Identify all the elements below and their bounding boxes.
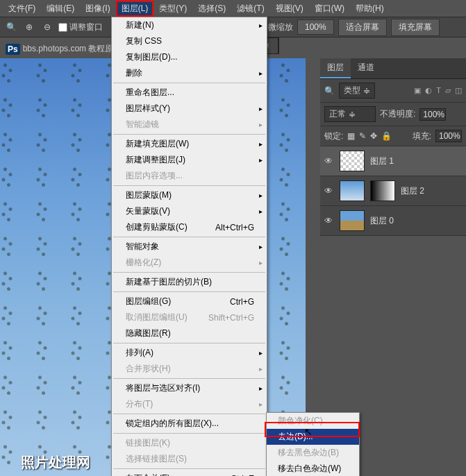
menu-item[interactable]: 隐藏图层(R) <box>112 325 267 341</box>
menu-item[interactable]: 复制 CSS <box>112 33 267 49</box>
menu-item[interactable]: 排列(A) <box>112 345 267 361</box>
menu-item[interactable]: 新建填充图层(W) <box>112 136 267 152</box>
filter-type-select[interactable]: 类型≑ <box>339 83 375 99</box>
menu-item-label: 隐藏图层(R) <box>126 328 171 339</box>
fill-input[interactable]: 100% <box>435 130 462 142</box>
layer-list: 👁图层 1👁图层 2👁图层 0 <box>320 146 466 236</box>
layer-name[interactable]: 图层 1 <box>370 155 394 167</box>
menubar: 文件(F)编辑(E)图像(I)图层(L)类型(Y)选择(S)滤镜(T)视图(V)… <box>0 0 466 17</box>
menu-shortcut: Ctrl+G <box>230 297 254 307</box>
menu-item-label: 删除 <box>126 67 142 79</box>
lock-pos-icon[interactable]: ✥ <box>370 131 377 141</box>
menu-item-label: 图层编组(G) <box>126 296 171 307</box>
menu-item-label: 智能滤镜 <box>126 119 159 130</box>
blend-mode-select[interactable]: 正常≑ <box>324 106 376 122</box>
panel-tabs: 图层 通道 <box>320 58 466 79</box>
layer-menu-dropdown: 新建(N)复制 CSS复制图层(D)...删除重命名图层...图层样式(Y)智能… <box>111 17 267 476</box>
separator <box>113 433 265 434</box>
canvas-footer-text: 照片处理网 <box>21 453 90 472</box>
menu-图层[interactable]: 图层(L) <box>116 1 154 17</box>
zoom-tool-icon[interactable]: 🔍 <box>4 20 18 34</box>
menu-item-label: 分布(T) <box>126 398 153 410</box>
layer-row[interactable]: 👁图层 2 <box>320 176 466 206</box>
layer-row[interactable]: 👁图层 1 <box>320 146 466 176</box>
menu-item[interactable]: 图层编组(G)Ctrl+G <box>112 294 267 309</box>
separator <box>113 134 265 135</box>
lock-row: 锁定: ▦ ✎ ✥ 🔒 填充: 100% <box>320 126 466 146</box>
zoom-out-icon[interactable]: ⊖ <box>40 20 54 34</box>
filter-icon[interactable]: 🔍 <box>324 86 335 96</box>
menu-item-label: 图层样式(Y) <box>126 103 170 114</box>
menu-item-label: 将图层与选区对齐(I) <box>126 382 200 394</box>
menu-编辑[interactable]: 编辑(E) <box>41 1 80 17</box>
visibility-icon[interactable]: 👁 <box>324 156 334 166</box>
fill-screen-button[interactable]: 填充屏幕 <box>391 19 440 36</box>
menu-item[interactable]: 向下合并(E)Ctrl+E <box>112 470 267 476</box>
resize-window-checkbox[interactable]: 调整窗口 <box>58 22 103 33</box>
menu-item[interactable]: 图层蒙版(M) <box>112 187 267 203</box>
tab-layers[interactable]: 图层 <box>320 58 351 78</box>
lock-trans-icon[interactable]: ▦ <box>347 131 355 141</box>
resize-window-check[interactable] <box>58 23 67 32</box>
menu-视图[interactable]: 视图(V) <box>270 1 309 17</box>
menu-item-label: 智能对象 <box>126 241 159 253</box>
fill-label: 填充: <box>413 130 431 142</box>
menu-item[interactable]: 复制图层(D)... <box>112 49 267 65</box>
layer-thumbnail[interactable] <box>340 180 365 201</box>
zoom-in-icon[interactable]: ⊕ <box>22 20 36 34</box>
menu-图像[interactable]: 图像(I) <box>80 1 115 17</box>
layer-name[interactable]: 图层 0 <box>370 215 394 227</box>
ps-logo-icon: Ps <box>6 44 20 55</box>
menu-滤镜[interactable]: 滤镜(T) <box>231 1 269 17</box>
menu-item-label: 排列(A) <box>126 347 153 359</box>
blend-row: 正常≑ 不透明度: 100% <box>320 103 466 126</box>
smart-filter-icon[interactable]: ◫ <box>455 86 462 95</box>
zoom-value-button[interactable]: 100% <box>297 19 334 35</box>
separator <box>113 185 265 186</box>
layer-row[interactable]: 👁图层 0 <box>320 206 466 236</box>
menu-文件[interactable]: 文件(F) <box>3 1 41 17</box>
menu-item-label: 合并形状(H) <box>126 363 171 375</box>
menu-item-label: 栅格化(Z) <box>126 257 161 269</box>
visibility-icon[interactable]: 👁 <box>324 186 334 196</box>
tab-channels[interactable]: 通道 <box>351 58 381 78</box>
menu-item[interactable]: 新建调整图层(J) <box>112 152 267 168</box>
menu-item[interactable]: 新建(N) <box>112 17 267 33</box>
pixel-filter-icon[interactable]: ▣ <box>414 86 421 95</box>
type-filter-icon[interactable]: T <box>436 86 441 95</box>
shape-filter-icon[interactable]: ▱ <box>445 86 451 95</box>
menu-item[interactable]: 新建基于图层的切片(B) <box>112 274 267 290</box>
menu-item[interactable]: 锁定组内的所有图层(X)... <box>112 416 267 432</box>
menu-item[interactable]: 重命名图层... <box>112 85 267 101</box>
menu-item[interactable]: 图层样式(Y) <box>112 101 267 117</box>
menu-item: 图层内容选项... <box>112 168 267 184</box>
menu-item-label: 新建填充图层(W) <box>126 138 189 150</box>
layer-name[interactable]: 图层 2 <box>401 185 424 197</box>
opacity-input[interactable]: 100% <box>419 108 446 121</box>
menu-帮助[interactable]: 帮助(H) <box>350 1 390 17</box>
menu-item-label: 链接图层(K) <box>126 437 170 449</box>
lock-all-icon[interactable]: 🔒 <box>381 131 392 141</box>
menu-item[interactable]: 将图层与选区对齐(I) <box>112 380 267 396</box>
menu-item: 分布(T) <box>112 396 267 412</box>
submenu-item[interactable]: 去边(D)... <box>267 429 359 445</box>
layer-thumbnail[interactable] <box>340 210 365 231</box>
layer-thumbnail[interactable] <box>340 151 365 171</box>
fit-screen-button[interactable]: 适合屏幕 <box>338 19 387 36</box>
menu-item: 栅格化(Z) <box>112 255 267 271</box>
adjust-filter-icon[interactable]: ◐ <box>425 86 432 95</box>
lock-pixel-icon[interactable]: ✎ <box>359 131 366 141</box>
menu-item[interactable]: 删除 <box>112 65 267 81</box>
menu-item[interactable]: 创建剪贴蒙版(C)Alt+Ctrl+G <box>112 219 267 235</box>
separator <box>113 468 265 469</box>
menu-类型[interactable]: 类型(Y) <box>153 1 192 17</box>
menu-窗口[interactable]: 窗口(W) <box>309 1 350 17</box>
separator <box>113 272 265 273</box>
menu-item[interactable]: 矢量蒙版(V) <box>112 203 267 219</box>
separator <box>113 343 265 343</box>
menu-item[interactable]: 智能对象 <box>112 239 267 255</box>
submenu-item[interactable]: 移去白色杂边(W) <box>267 461 359 476</box>
layer-mask-thumbnail[interactable] <box>370 180 395 201</box>
menu-选择[interactable]: 选择(S) <box>192 1 231 17</box>
visibility-icon[interactable]: 👁 <box>324 216 334 226</box>
